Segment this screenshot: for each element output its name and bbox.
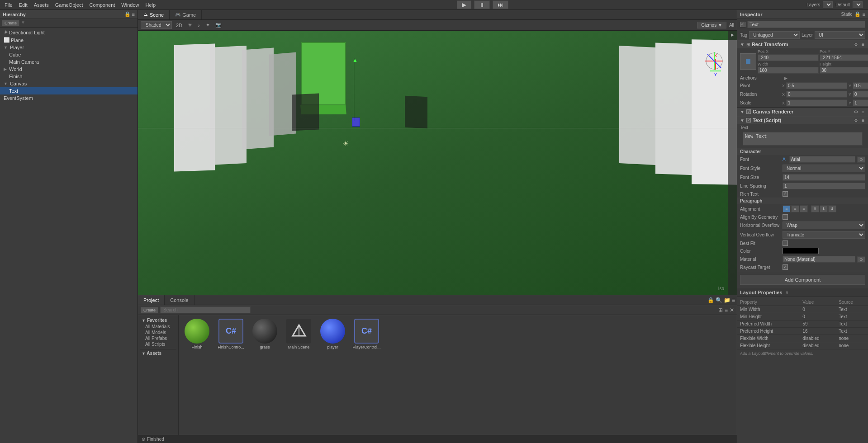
- asset-player[interactable]: player: [318, 319, 347, 349]
- inspector-lock-icon[interactable]: 🔒: [854, 11, 861, 17]
- asset-finishcontro[interactable]: C# FinishContro...: [216, 319, 246, 349]
- rect-transform-menu-btn[interactable]: ≡: [861, 42, 865, 47]
- hierarchy-create-btn[interactable]: Create: [2, 20, 19, 26]
- pos-y-input[interactable]: [820, 54, 868, 61]
- tab-game[interactable]: 🎮 Game: [170, 10, 202, 19]
- project-close-icon[interactable]: ✕: [730, 307, 734, 313]
- fav-all-scripts[interactable]: All Scripts: [140, 341, 176, 347]
- pos-x-input[interactable]: [758, 54, 819, 61]
- menu-edit[interactable]: Edit: [16, 2, 30, 8]
- rect-transform-header[interactable]: ▼ ⊞ Rect Transform ⚙ ≡: [737, 40, 868, 48]
- project-search-input[interactable]: [160, 306, 251, 313]
- text-script-header[interactable]: ▼ Text (Script) ⚙ ≡: [737, 116, 868, 124]
- tag-select[interactable]: Untagged: [749, 31, 800, 39]
- best-fit-checkbox[interactable]: [783, 240, 788, 246]
- hier-item-player[interactable]: ▼ Player: [0, 44, 138, 51]
- hierarchy-lock-icon[interactable]: 🔒: [124, 11, 131, 17]
- gizmos-button[interactable]: Gizmos ▼: [697, 22, 726, 28]
- font-browse-btn[interactable]: ⊙: [857, 156, 865, 163]
- pivot-x-input[interactable]: [786, 82, 847, 89]
- text-script-menu-btn[interactable]: ≡: [861, 118, 865, 123]
- line-spacing-input[interactable]: [783, 183, 865, 189]
- align-right-btn[interactable]: ≡: [800, 205, 808, 212]
- anchor-cell-br[interactable]: [751, 64, 756, 69]
- project-layout-icon[interactable]: ⊞: [718, 307, 723, 313]
- text-script-active[interactable]: [746, 118, 751, 123]
- hier-item-cube[interactable]: Cube: [0, 51, 138, 58]
- step-button[interactable]: ⏭: [493, 0, 508, 9]
- color-swatch[interactable]: [783, 248, 819, 254]
- canvas-renderer-header[interactable]: ▼ Canvas Renderer ⚙ ≡: [737, 108, 868, 116]
- hier-item-world[interactable]: ▶ World: [0, 66, 138, 73]
- hier-item-canvas[interactable]: ▼ Canvas: [0, 80, 138, 87]
- rot-y-input[interactable]: [853, 91, 868, 98]
- text-value-input[interactable]: New Text: [743, 132, 863, 146]
- fav-all-models[interactable]: All Models: [140, 330, 176, 335]
- menu-window[interactable]: Window: [119, 2, 142, 8]
- raycast-checkbox[interactable]: [783, 264, 788, 270]
- align-by-geo-checkbox[interactable]: [783, 214, 788, 220]
- add-component-button[interactable]: Add Component: [740, 275, 865, 285]
- project-list-icon[interactable]: ≡: [725, 307, 728, 313]
- anchor-cell-bc[interactable]: [745, 64, 750, 69]
- pause-button[interactable]: ⏸: [474, 0, 490, 9]
- scale-y-input[interactable]: [853, 99, 868, 106]
- vert-overflow-select[interactable]: Truncate: [783, 231, 865, 239]
- text-script-settings-btn[interactable]: ⚙: [853, 118, 859, 123]
- anchors-expand-icon[interactable]: ▶: [784, 76, 787, 80]
- font-input[interactable]: [789, 156, 855, 163]
- canvas-renderer-settings-btn[interactable]: ⚙: [853, 109, 859, 114]
- bottom-search-icon[interactable]: 🔍: [716, 297, 722, 303]
- hier-item-plane[interactable]: ⬜ Plane: [0, 36, 138, 44]
- scale-x-input[interactable]: [786, 99, 847, 106]
- layers-select[interactable]: [823, 1, 833, 8]
- bottom-lock-icon[interactable]: 🔒: [707, 297, 714, 303]
- menu-component[interactable]: Component: [86, 2, 118, 8]
- align-top-btn[interactable]: ⬆: [811, 205, 819, 212]
- anchor-cell-tl[interactable]: [740, 54, 745, 59]
- height-input[interactable]: [820, 67, 868, 74]
- camera-button[interactable]: 📷: [214, 22, 223, 28]
- material-browse-btn[interactable]: ⊙: [857, 256, 865, 263]
- anchor-cell-mr[interactable]: [751, 59, 756, 64]
- asset-finish[interactable]: Finish: [182, 319, 212, 349]
- align-middle-btn[interactable]: ⬍: [820, 205, 828, 212]
- inspector-menu-icon[interactable]: ≡: [863, 12, 865, 17]
- horiz-overflow-select[interactable]: Wrap: [783, 222, 865, 229]
- layer-select[interactable]: UI: [815, 31, 865, 39]
- rect-transform-settings-btn[interactable]: ⚙: [853, 42, 859, 47]
- hierarchy-menu-icon[interactable]: ≡: [132, 12, 135, 17]
- material-input[interactable]: [783, 256, 855, 263]
- asset-playercontrol[interactable]: C# PlayerControl...: [352, 319, 381, 349]
- canvas-renderer-active[interactable]: [746, 109, 751, 114]
- anchor-cell-tc[interactable]: [745, 54, 750, 59]
- play-button[interactable]: ▶: [457, 0, 471, 9]
- project-create-btn[interactable]: Create: [141, 307, 158, 313]
- tab-project[interactable]: Project: [138, 295, 165, 305]
- fav-all-prefabs[interactable]: All Prefabs: [140, 335, 176, 341]
- align-left-btn[interactable]: ≡: [783, 205, 791, 212]
- font-style-select[interactable]: Normal: [783, 165, 865, 172]
- menu-gameobject[interactable]: GameObject: [52, 2, 86, 8]
- side-nav-item[interactable]: ▶: [730, 33, 735, 37]
- hier-item-directional-light[interactable]: ☀ Directional Light: [0, 28, 138, 36]
- anchor-cell-bl[interactable]: [740, 64, 745, 69]
- pivot-y-input[interactable]: [853, 82, 868, 89]
- layout-select[interactable]: [853, 1, 863, 8]
- object-active-checkbox[interactable]: [740, 22, 745, 27]
- asset-main-scene[interactable]: Main Scene: [284, 319, 313, 349]
- asset-grass[interactable]: grass: [250, 319, 280, 349]
- object-name-input[interactable]: [747, 21, 865, 28]
- hier-item-main-camera[interactable]: Main Camera: [0, 58, 138, 66]
- menu-file[interactable]: File: [2, 2, 15, 8]
- menu-help[interactable]: Help: [142, 2, 158, 8]
- font-size-input[interactable]: [783, 174, 865, 181]
- menu-assets[interactable]: Assets: [31, 2, 52, 8]
- tab-scene[interactable]: ⛰ Scene: [138, 10, 170, 19]
- anchor-cell-tr[interactable]: [751, 54, 756, 59]
- canvas-renderer-menu-btn[interactable]: ≡: [861, 109, 865, 114]
- bottom-menu-icon[interactable]: ≡: [732, 297, 735, 303]
- effects-button[interactable]: ✦: [204, 22, 211, 28]
- hier-item-finish[interactable]: Finish: [0, 73, 138, 80]
- fav-all-materials[interactable]: All Materials: [140, 324, 176, 330]
